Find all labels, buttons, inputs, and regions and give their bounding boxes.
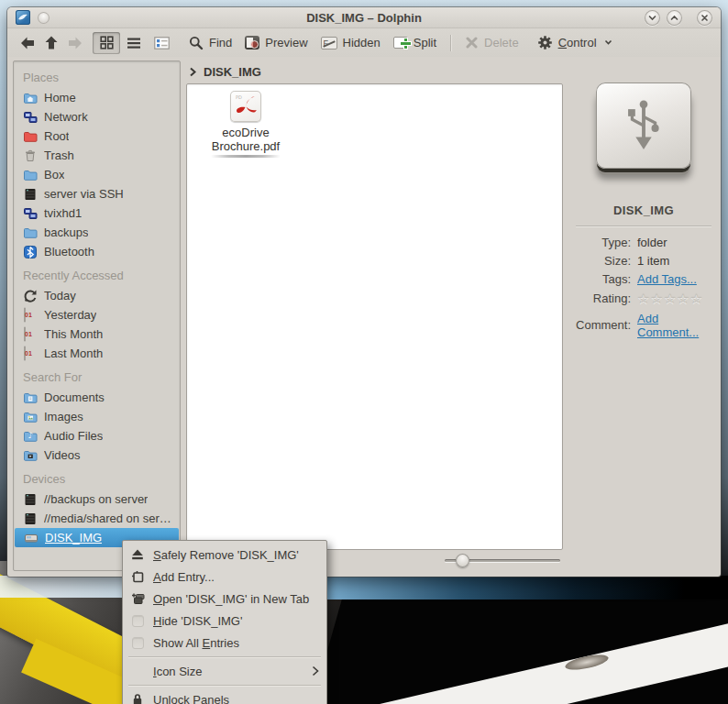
info-label: Tags: <box>574 272 631 286</box>
sidebar-item-bluetooth[interactable]: Bluetooth <box>14 242 180 261</box>
gear-icon <box>537 35 553 50</box>
sidebar-item-label: Today <box>44 289 76 302</box>
info-label: Size: <box>574 254 631 268</box>
sidebar-item-label: Bluetooth <box>44 245 94 258</box>
sidebar-item-backups[interactable]: backups <box>14 223 180 242</box>
file-item-ecodrive-brochure-pdf[interactable]: PD ecoDrive Brochure.pdf <box>200 91 292 158</box>
places-panel: Places Home Network <box>13 60 181 571</box>
calendar-icon <box>23 327 38 342</box>
red-folder-icon <box>23 129 38 144</box>
dolphin-wave <box>18 15 28 20</box>
sidebar-item-label: Trash <box>44 148 74 162</box>
menu-item-label: Icon Size <box>153 665 303 678</box>
menu-item-open-new-tab[interactable]: Open 'DISK_IMG' in New Tab <box>124 588 325 610</box>
sidebar-item-images[interactable]: Images <box>14 407 180 426</box>
checkbox-unchecked-icon[interactable] <box>132 637 144 649</box>
add-tags-link[interactable]: Add Tags... <box>637 272 697 286</box>
dolphin-app-icon[interactable] <box>16 10 30 25</box>
close-button[interactable] <box>697 10 712 26</box>
info-label: Type: <box>574 236 631 249</box>
control-button[interactable]: Control <box>531 32 619 53</box>
minimize-button[interactable] <box>645 10 660 26</box>
sidebar-item-label: Last Month <box>44 346 103 360</box>
menu-item-label: Open 'DISK_IMG' in New Tab <box>153 592 319 606</box>
sidebar-item-videos[interactable]: Videos <box>14 446 180 465</box>
preview-button[interactable]: Preview <box>238 33 314 52</box>
info-row-tags: Tags: Add Tags... <box>574 272 713 286</box>
sidebar-item-audio-files[interactable]: ♪ Audio Files <box>14 426 180 446</box>
sidebar-item-trash[interactable]: Trash <box>14 146 180 165</box>
center-column: DISK_IMG PD ecoDrive Brochure.pdf <box>181 60 568 571</box>
sidebar-item-root[interactable]: Root <box>14 126 180 146</box>
menu-item-label: Show All Entries <box>153 636 319 650</box>
sidebar-item-media-shared-on-server[interactable]: //media/shared on server <box>14 509 180 528</box>
menu-item-add-entry[interactable]: Add Entry... <box>124 566 325 588</box>
menu-item-safely-remove[interactable]: Safely Remove 'DISK_IMG' <box>124 544 325 566</box>
maximize-button[interactable] <box>667 10 682 26</box>
breadcrumb[interactable]: DISK_IMG <box>186 60 563 83</box>
file-name-shadow <box>211 155 281 158</box>
open-new-tab-icon <box>130 591 145 606</box>
zoom-slider-handle[interactable] <box>456 554 469 567</box>
sidebar-item-box[interactable]: Box <box>14 165 180 184</box>
info-row-type: Type: folder <box>574 236 713 249</box>
forward-button[interactable] <box>62 33 87 53</box>
menu-item-hide-disk-img[interactable]: Hide 'DISK_IMG' <box>124 610 325 632</box>
details-view-button[interactable] <box>148 32 175 54</box>
checkbox-unchecked-icon[interactable] <box>132 615 144 627</box>
sidebar-item-backups-on-server[interactable]: //backups on server <box>14 490 180 509</box>
compact-view-button[interactable] <box>120 32 148 54</box>
close-icon <box>700 13 710 23</box>
sidebar-item-label: server via SSH <box>44 187 124 201</box>
calendar-icon <box>23 346 38 361</box>
sidebar-item-documents[interactable]: Documents <box>14 388 180 407</box>
eject-icon <box>130 547 145 562</box>
titlebar[interactable]: DISK_IMG – Dolphin <box>7 7 721 28</box>
zoom-slider[interactable] <box>445 554 560 567</box>
sidebar-item-this-month[interactable]: This Month <box>14 324 180 344</box>
shade-button[interactable] <box>38 12 50 24</box>
menu-item-icon-size[interactable]: Icon Size <box>124 660 325 682</box>
add-comment-link[interactable]: Add Comment... <box>637 312 713 339</box>
sidebar-item-label: Box <box>44 168 64 182</box>
add-entry-icon <box>130 569 145 584</box>
sidebar-item-last-month[interactable]: Last Month <box>14 344 180 363</box>
info-row-size: Size: 1 item <box>574 254 713 268</box>
sidebar-item-label: //media/shared on server <box>44 512 174 525</box>
sidebar-item-network[interactable]: Network <box>14 107 180 126</box>
sidebar-item-label: tvixhd1 <box>44 206 82 220</box>
audio-folder-icon: ♪ <box>23 429 38 444</box>
menu-item-show-all-entries[interactable]: Show All Entries <box>124 632 325 654</box>
menu-item-unlock-panels[interactable]: Unlock Panels <box>124 688 325 704</box>
sidebar-item-tvixhd1[interactable]: tvixhd1 <box>14 204 180 223</box>
sidebar-item-label: backups <box>44 226 88 239</box>
sidebar-item-label: //backups on server <box>44 492 148 506</box>
back-button[interactable] <box>16 33 40 53</box>
sidebar-item-server-ssh[interactable]: server via SSH <box>14 184 180 204</box>
icons-view-button[interactable] <box>93 32 120 54</box>
delete-button[interactable]: Delete <box>458 33 525 52</box>
sidebar-item-home[interactable]: Home <box>14 88 180 107</box>
menu-separator <box>128 656 321 657</box>
file-view[interactable]: PD ecoDrive Brochure.pdf <box>186 83 563 550</box>
find-button[interactable]: Find <box>182 33 238 53</box>
section-header-recent: Recently Accessed <box>14 261 180 286</box>
lock-icon <box>130 692 145 704</box>
blue-folder-icon <box>23 168 38 182</box>
home-folder-icon <box>23 91 38 105</box>
server-icon <box>23 492 38 507</box>
desktop: DISK_IMG – Dolphin <box>0 0 728 704</box>
delete-x-icon <box>465 36 479 50</box>
sidebar-item-today[interactable]: Today <box>14 286 180 305</box>
info-label: Rating: <box>574 292 631 305</box>
dolphin-window: DISK_IMG – Dolphin <box>7 7 721 577</box>
up-button[interactable] <box>40 32 62 53</box>
toolbar-separator <box>450 35 451 51</box>
rating-stars[interactable]: ☆☆☆☆☆ <box>637 291 703 307</box>
hidden-files-icon: F <box>321 37 337 50</box>
split-button[interactable]: Split <box>387 33 443 52</box>
search-icon <box>189 36 204 50</box>
hidden-button[interactable]: F Hidden <box>314 33 387 52</box>
delete-label: Delete <box>484 36 519 50</box>
sidebar-item-yesterday[interactable]: Yesterday <box>14 305 180 324</box>
